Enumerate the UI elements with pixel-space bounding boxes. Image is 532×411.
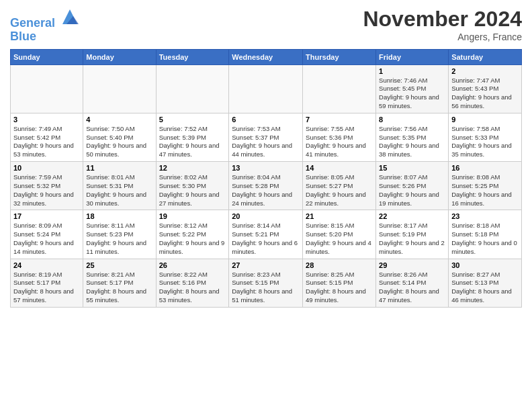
day-number: 23 bbox=[451, 212, 519, 220]
calendar-cell bbox=[83, 64, 156, 113]
day-info: Sunrise: 7:56 AM Sunset: 5:35 PM Dayligh… bbox=[379, 125, 445, 159]
day-header-monday: Monday bbox=[83, 49, 156, 64]
day-info: Sunrise: 7:52 AM Sunset: 5:39 PM Dayligh… bbox=[159, 125, 226, 159]
day-header-thursday: Thursday bbox=[303, 49, 376, 64]
day-info: Sunrise: 7:49 AM Sunset: 5:42 PM Dayligh… bbox=[13, 125, 80, 159]
calendar-cell: 21Sunrise: 8:15 AM Sunset: 5:20 PM Dayli… bbox=[303, 210, 376, 259]
day-info: Sunrise: 8:17 AM Sunset: 5:19 PM Dayligh… bbox=[379, 222, 445, 256]
header-row: SundayMondayTuesdayWednesdayThursdayFrid… bbox=[11, 49, 522, 64]
day-number: 28 bbox=[306, 261, 373, 269]
day-info: Sunrise: 8:14 AM Sunset: 5:21 PM Dayligh… bbox=[232, 222, 300, 256]
day-number: 14 bbox=[306, 164, 373, 172]
calendar-cell: 20Sunrise: 8:14 AM Sunset: 5:21 PM Dayli… bbox=[229, 210, 303, 259]
day-number: 26 bbox=[159, 261, 226, 269]
calendar-cell: 2Sunrise: 7:47 AM Sunset: 5:43 PM Daylig… bbox=[449, 64, 522, 113]
day-number: 11 bbox=[86, 164, 152, 172]
day-info: Sunrise: 8:15 AM Sunset: 5:20 PM Dayligh… bbox=[306, 222, 373, 256]
calendar-cell: 14Sunrise: 8:05 AM Sunset: 5:27 PM Dayli… bbox=[303, 162, 376, 210]
day-info: Sunrise: 8:21 AM Sunset: 5:17 PM Dayligh… bbox=[86, 271, 152, 305]
calendar-cell: 30Sunrise: 8:27 AM Sunset: 5:13 PM Dayli… bbox=[449, 259, 522, 307]
day-info: Sunrise: 8:18 AM Sunset: 5:18 PM Dayligh… bbox=[451, 222, 519, 256]
day-number: 17 bbox=[13, 212, 80, 220]
day-number: 5 bbox=[159, 116, 226, 124]
day-number: 4 bbox=[86, 116, 152, 124]
calendar-cell: 28Sunrise: 8:25 AM Sunset: 5:15 PM Dayli… bbox=[303, 259, 376, 307]
logo-blue: Blue bbox=[10, 30, 80, 44]
week-row-1: 1Sunrise: 7:46 AM Sunset: 5:45 PM Daylig… bbox=[11, 64, 522, 113]
calendar-cell: 3Sunrise: 7:49 AM Sunset: 5:42 PM Daylig… bbox=[11, 113, 83, 161]
day-number: 22 bbox=[379, 212, 445, 220]
logo-text: General bbox=[10, 7, 80, 30]
day-header-friday: Friday bbox=[376, 49, 449, 64]
calendar-cell: 19Sunrise: 8:12 AM Sunset: 5:22 PM Dayli… bbox=[156, 210, 229, 259]
calendar-cell: 29Sunrise: 8:26 AM Sunset: 5:14 PM Dayli… bbox=[376, 259, 449, 307]
day-info: Sunrise: 7:55 AM Sunset: 5:36 PM Dayligh… bbox=[306, 125, 373, 159]
logo-icon bbox=[60, 7, 80, 27]
calendar-cell: 4Sunrise: 7:50 AM Sunset: 5:40 PM Daylig… bbox=[83, 113, 156, 161]
day-number: 20 bbox=[232, 212, 300, 220]
day-number: 6 bbox=[232, 116, 300, 124]
calendar-cell: 5Sunrise: 7:52 AM Sunset: 5:39 PM Daylig… bbox=[156, 113, 229, 161]
week-row-5: 24Sunrise: 8:19 AM Sunset: 5:17 PM Dayli… bbox=[11, 259, 522, 307]
calendar-cell: 27Sunrise: 8:23 AM Sunset: 5:15 PM Dayli… bbox=[229, 259, 303, 307]
logo-general: General bbox=[10, 16, 55, 30]
day-info: Sunrise: 8:12 AM Sunset: 5:22 PM Dayligh… bbox=[159, 222, 226, 256]
calendar-cell: 13Sunrise: 8:04 AM Sunset: 5:28 PM Dayli… bbox=[229, 162, 303, 210]
day-info: Sunrise: 7:47 AM Sunset: 5:43 PM Dayligh… bbox=[451, 77, 519, 111]
day-info: Sunrise: 8:27 AM Sunset: 5:13 PM Dayligh… bbox=[451, 271, 519, 305]
day-number: 24 bbox=[13, 261, 80, 269]
page-container: General Blue November 2024 Angers, Franc… bbox=[0, 0, 532, 314]
day-number: 16 bbox=[451, 164, 519, 172]
day-info: Sunrise: 7:46 AM Sunset: 5:45 PM Dayligh… bbox=[379, 77, 445, 111]
calendar-cell: 25Sunrise: 8:21 AM Sunset: 5:17 PM Dayli… bbox=[83, 259, 156, 307]
calendar-cell: 18Sunrise: 8:11 AM Sunset: 5:23 PM Dayli… bbox=[83, 210, 156, 259]
day-number: 27 bbox=[232, 261, 300, 269]
day-number: 9 bbox=[451, 116, 519, 124]
title-area: November 2024 Angers, France bbox=[363, 7, 522, 42]
day-number: 8 bbox=[379, 116, 445, 124]
day-info: Sunrise: 7:50 AM Sunset: 5:40 PM Dayligh… bbox=[86, 125, 152, 159]
calendar-cell: 16Sunrise: 8:08 AM Sunset: 5:25 PM Dayli… bbox=[449, 162, 522, 210]
day-number: 1 bbox=[379, 67, 445, 75]
page-header: General Blue November 2024 Angers, Franc… bbox=[10, 7, 522, 44]
calendar-cell: 9Sunrise: 7:58 AM Sunset: 5:33 PM Daylig… bbox=[449, 113, 522, 161]
day-number: 25 bbox=[86, 261, 152, 269]
calendar-cell: 24Sunrise: 8:19 AM Sunset: 5:17 PM Dayli… bbox=[11, 259, 83, 307]
calendar-cell: 1Sunrise: 7:46 AM Sunset: 5:45 PM Daylig… bbox=[376, 64, 449, 113]
day-number: 15 bbox=[379, 164, 445, 172]
calendar-cell: 17Sunrise: 8:09 AM Sunset: 5:24 PM Dayli… bbox=[11, 210, 83, 259]
day-info: Sunrise: 8:01 AM Sunset: 5:31 PM Dayligh… bbox=[86, 173, 152, 208]
day-info: Sunrise: 7:58 AM Sunset: 5:33 PM Dayligh… bbox=[451, 125, 519, 159]
day-info: Sunrise: 8:02 AM Sunset: 5:30 PM Dayligh… bbox=[159, 173, 226, 208]
calendar-cell bbox=[229, 64, 303, 113]
day-info: Sunrise: 7:53 AM Sunset: 5:37 PM Dayligh… bbox=[232, 125, 300, 159]
calendar-cell: 6Sunrise: 7:53 AM Sunset: 5:37 PM Daylig… bbox=[229, 113, 303, 161]
day-number: 18 bbox=[86, 212, 152, 220]
day-number: 2 bbox=[451, 67, 519, 75]
day-number: 29 bbox=[379, 261, 445, 269]
week-row-2: 3Sunrise: 7:49 AM Sunset: 5:42 PM Daylig… bbox=[11, 113, 522, 161]
day-info: Sunrise: 8:11 AM Sunset: 5:23 PM Dayligh… bbox=[86, 222, 152, 256]
day-number: 19 bbox=[159, 212, 226, 220]
day-number: 13 bbox=[232, 164, 300, 172]
day-info: Sunrise: 7:59 AM Sunset: 5:32 PM Dayligh… bbox=[13, 173, 80, 208]
day-info: Sunrise: 8:04 AM Sunset: 5:28 PM Dayligh… bbox=[232, 173, 300, 208]
week-row-4: 17Sunrise: 8:09 AM Sunset: 5:24 PM Dayli… bbox=[11, 210, 522, 259]
calendar-cell: 8Sunrise: 7:56 AM Sunset: 5:35 PM Daylig… bbox=[376, 113, 449, 161]
day-info: Sunrise: 8:09 AM Sunset: 5:24 PM Dayligh… bbox=[13, 222, 80, 256]
day-number: 7 bbox=[306, 116, 373, 124]
day-info: Sunrise: 8:26 AM Sunset: 5:14 PM Dayligh… bbox=[379, 271, 445, 305]
calendar-cell: 23Sunrise: 8:18 AM Sunset: 5:18 PM Dayli… bbox=[449, 210, 522, 259]
day-header-tuesday: Tuesday bbox=[156, 49, 229, 64]
calendar-cell: 15Sunrise: 8:07 AM Sunset: 5:26 PM Dayli… bbox=[376, 162, 449, 210]
logo: General Blue bbox=[10, 7, 80, 44]
day-info: Sunrise: 8:19 AM Sunset: 5:17 PM Dayligh… bbox=[13, 271, 80, 305]
day-number: 10 bbox=[13, 164, 80, 172]
calendar-cell bbox=[156, 64, 229, 113]
day-info: Sunrise: 8:08 AM Sunset: 5:25 PM Dayligh… bbox=[451, 173, 519, 208]
week-row-3: 10Sunrise: 7:59 AM Sunset: 5:32 PM Dayli… bbox=[11, 162, 522, 210]
calendar-cell: 11Sunrise: 8:01 AM Sunset: 5:31 PM Dayli… bbox=[83, 162, 156, 210]
day-header-sunday: Sunday bbox=[11, 49, 83, 64]
day-number: 21 bbox=[306, 212, 373, 220]
calendar-cell bbox=[303, 64, 376, 113]
